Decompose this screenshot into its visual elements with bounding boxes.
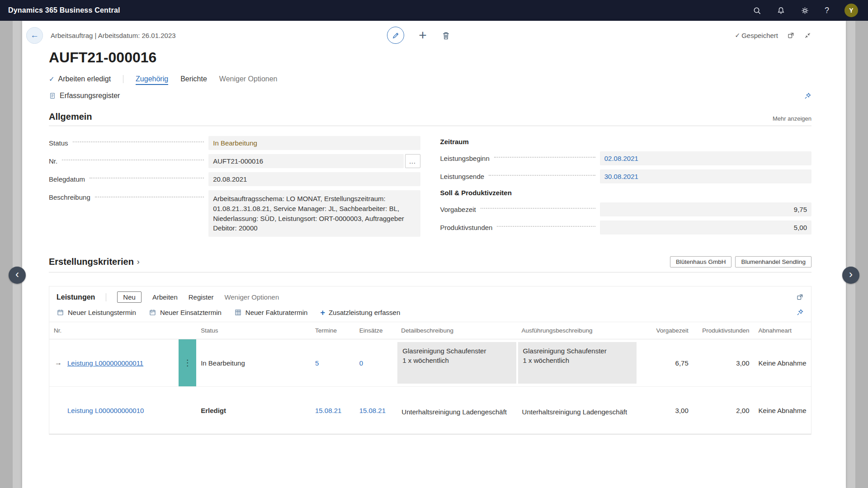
field-label: Leistungsbeginn [440,155,490,162]
cell-row-menu: ⋮ [179,339,196,387]
notifications-icon[interactable] [777,6,785,15]
help-icon[interactable]: ? [825,6,829,15]
section-erstellungskriterien-title[interactable]: Erstellungskriterien › [49,257,140,267]
search-icon[interactable] [753,6,761,15]
dotted-leader [90,178,204,178]
edit-pencil-button[interactable] [387,27,404,44]
produktivzeiten-heading: Soll & Produktivzeiten [440,189,812,197]
termine-link[interactable]: 15.08.21 [315,407,341,414]
leistung-link[interactable]: Leistung L000000000011 [67,359,143,367]
dotted-leader [95,197,204,197]
leistung-link[interactable]: Leistung L000000000010 [67,407,144,414]
page-card: ← Arbeitsauftrag | Arbeitsdatum: 26.01.2… [22,21,846,488]
produktivstunden-value[interactable]: 5,00 [600,221,811,235]
tab-register[interactable]: Register [189,293,214,301]
cell-abnahmeart[interactable]: Keine Abnahme [754,387,811,434]
description-box[interactable]: Glasreinigung Schaufenster 1 x wöchentli… [518,342,637,384]
avatar[interactable]: Y [844,4,858,17]
section-allgemein-title[interactable]: Allgemein [49,112,92,122]
cell-termine: 5 [311,339,355,387]
delete-trash-button[interactable] [441,31,451,40]
cell-vorgabezeit[interactable]: 3,00 [637,387,693,434]
field-produktivstunden: Produktivstunden 5,00 [440,221,812,235]
save-status-badge: ✓ Gespeichert [735,32,778,39]
einsaetze-link[interactable]: 0 [359,359,363,367]
action-ribbon: ✓ Arbeiten erledigt Zugehörig Berichte W… [49,73,811,102]
neuer-fakturatermin-button[interactable]: Neuer Fakturatermin [234,309,308,316]
field-leistungsbeginn: Leistungsbeginn 02.08.2021 [440,151,812,165]
tab-neu[interactable]: Neu [117,291,142,303]
action-arbeiten-erledigt[interactable]: ✓ Arbeiten erledigt [49,73,111,85]
neuer-leistungstermin-button[interactable]: Neuer Leistungstermin [57,309,136,316]
field-leistungsende: Leistungsende 30.08.2021 [440,169,812,183]
field-label: Status [49,139,68,147]
cell-ausfuehrungsbeschreibung[interactable]: Unterhaltsreinigung Ladengeschäft [517,387,637,434]
vorgabezeit-value[interactable]: 9,75 [600,202,811,216]
bluetenhaus-button[interactable]: Blütenhaus GmbH [670,256,731,267]
cell-detailbeschreibung[interactable]: Unterhaltsreinigung Ladengeschäft [396,387,517,434]
leistungsbeginn-value[interactable]: 02.08.2021 [600,151,811,165]
add-button[interactable]: + [419,29,427,41]
pin-icon[interactable] [796,309,804,316]
open-list-icon[interactable] [796,293,804,301]
tab-arbeiten[interactable]: Arbeiten [152,293,178,301]
menu-zugehoerig[interactable]: Zugehörig [136,73,168,85]
calendar-icon [57,309,64,316]
beschreibung-value[interactable]: Arbeitsauftragsschema: LO MONAT, Erstell… [208,190,420,237]
einsaetze-link[interactable]: 15.08.21 [359,407,386,414]
nr-value[interactable]: AUFT21-000016 [208,154,403,168]
settings-gear-icon[interactable] [801,6,809,15]
ribbon-divider [123,75,123,83]
col-abnahmeart[interactable]: Abnahmeart [754,322,811,339]
field-beschreibung: Beschreibung Arbeitsauftragsschema: LO M… [49,190,420,237]
check-icon: ✓ [49,75,55,83]
zusatzleistung-erfassen-button[interactable]: + Zusatzleistung erfassen [320,309,400,316]
cell-vorgabezeit[interactable]: 6,75 [637,339,693,387]
tab-weniger-optionen[interactable]: Weniger Optionen [225,293,279,301]
leistungsende-value[interactable]: 30.08.2021 [600,169,811,183]
col-vorgabezeit[interactable]: Vorgabezeit [637,322,693,339]
blumenhandel-button[interactable]: Blumenhandel Sendling [735,256,811,267]
chevron-right-icon: › [137,257,140,267]
open-in-new-window-icon[interactable] [787,32,795,39]
next-record-button[interactable]: › [842,267,859,284]
dotted-leader [489,175,595,176]
assist-edit-button[interactable]: ... [405,154,420,168]
cell-detailbeschreibung[interactable]: Glasreinigung Schaufenster 1 x wöchentli… [396,339,517,387]
dotted-leader [481,208,595,209]
termine-link[interactable]: 5 [315,359,319,367]
cell-ausfuehrungsbeschreibung[interactable]: Glasreinigung Schaufenster 1 x wöchentli… [517,339,637,387]
col-termine[interactable]: Termine [311,322,355,339]
col-status[interactable]: Status [196,322,311,339]
field-vorgabezeit: Vorgabezeit 9,75 [440,202,812,216]
col-ausfuehrungsbeschreibung[interactable]: Ausführungsbeschreibung [517,322,637,339]
col-nr[interactable]: Nr. [49,322,179,339]
menu-berichte[interactable]: Berichte [180,73,207,85]
back-button[interactable]: ← [26,27,43,44]
field-label: Belegdatum [49,175,85,183]
status-value[interactable]: In Bearbeitung [208,136,420,150]
cell-abnahmeart[interactable]: Keine Abnahme [754,339,811,387]
cell-status[interactable]: In Bearbeitung [196,339,311,387]
previous-record-button[interactable]: ‹ [9,267,26,284]
collapse-view-icon[interactable] [804,32,811,39]
col-detailbeschreibung[interactable]: Detailbeschreibung [396,322,517,339]
leistungen-actions: Neuer Leistungstermin Neuer Einsatztermi… [49,306,811,322]
cell-produktivstunden[interactable]: 3,00 [693,339,754,387]
col-produktivstunden[interactable]: Produktivstunden [693,322,754,339]
description-box[interactable]: Glasreinigung Schaufenster 1 x wöchentli… [397,342,516,384]
cell-einsaetze: 0 [355,339,397,387]
neuer-einsatztermin-button[interactable]: Neuer Einsatztermin [149,309,222,316]
cell-einsaetze: 15.08.21 [355,387,397,434]
row-menu-icon[interactable]: ⋮ [184,358,192,368]
cell-status[interactable]: Erledigt [196,387,311,434]
field-belegdatum: Belegdatum 20.08.2021 [49,172,420,186]
belegdatum-value[interactable]: 20.08.2021 [208,172,420,186]
field-status: Status In Bearbeitung [49,136,420,150]
cell-produktivstunden[interactable]: 2,00 [693,387,754,434]
pin-icon[interactable] [804,92,811,100]
action-erfassungsregister[interactable]: Erfassungsregister [49,90,120,102]
mehr-anzeigen-link[interactable]: Mehr anzeigen [773,115,811,122]
menu-weniger-optionen[interactable]: Weniger Optionen [219,73,278,85]
col-einsaetze[interactable]: Einsätze [355,322,397,339]
